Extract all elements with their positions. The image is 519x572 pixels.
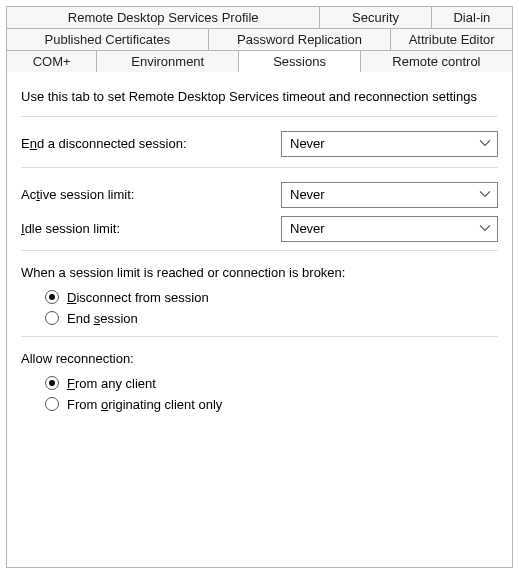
tab-password-replication[interactable]: Password Replication: [209, 28, 392, 50]
tab-sessions[interactable]: Sessions: [239, 50, 361, 72]
tab-label: Attribute Editor: [409, 32, 495, 47]
separator: [21, 336, 498, 337]
tab-label: Password Replication: [237, 32, 362, 47]
tab-environment[interactable]: Environment: [97, 50, 239, 72]
radio-any-client[interactable]: From any client: [45, 376, 498, 391]
tab-label: Published Certificates: [45, 32, 171, 47]
tab-label: Security: [352, 10, 399, 25]
tab-remote-control[interactable]: Remote control: [361, 50, 513, 72]
chevron-down-icon: [479, 188, 491, 200]
tab-strip: Remote Desktop Services Profile Security…: [6, 6, 513, 72]
radio-icon: [45, 397, 59, 411]
tab-label: Remote Desktop Services Profile: [68, 10, 259, 25]
end-disconnected-label: End a disconnected session:: [21, 136, 281, 151]
radio-icon: [45, 311, 59, 325]
radio-end-session[interactable]: End session: [45, 311, 498, 326]
tab-label: COM+: [33, 54, 71, 69]
radio-icon: [45, 290, 59, 304]
radio-label: Disconnect from session: [67, 290, 209, 305]
tab-label: Environment: [131, 54, 204, 69]
reconnect-radio-group: From any client From originating client …: [21, 376, 498, 412]
sessions-panel: Use this tab to set Remote Desktop Servi…: [6, 72, 513, 568]
tab-label: Sessions: [273, 54, 326, 69]
tab-label: Dial-in: [453, 10, 490, 25]
idle-limit-label: Idle session limit:: [21, 221, 281, 236]
radio-label: End session: [67, 311, 138, 326]
end-disconnected-combo[interactable]: Never: [281, 131, 498, 157]
radio-originating-client[interactable]: From originating client only: [45, 397, 498, 412]
radio-label: From any client: [67, 376, 156, 391]
limit-radio-group: Disconnect from session End session: [21, 290, 498, 326]
tab-dial-in[interactable]: Dial-in: [432, 6, 513, 28]
radio-disconnect[interactable]: Disconnect from session: [45, 290, 498, 305]
combo-value: Never: [290, 187, 325, 202]
active-limit-label: Active session limit:: [21, 187, 281, 202]
separator: [21, 167, 498, 168]
tab-security[interactable]: Security: [320, 6, 432, 28]
chevron-down-icon: [479, 137, 491, 149]
radio-label: From originating client only: [67, 397, 222, 412]
tab-attribute-editor[interactable]: Attribute Editor: [391, 28, 513, 50]
tab-label: Remote control: [392, 54, 480, 69]
active-limit-combo[interactable]: Never: [281, 182, 498, 208]
tab-com-plus[interactable]: COM+: [6, 50, 97, 72]
reconnect-heading: Allow reconnection:: [21, 351, 498, 366]
separator: [21, 116, 498, 117]
radio-icon: [45, 376, 59, 390]
tab-rds-profile[interactable]: Remote Desktop Services Profile: [6, 6, 320, 28]
combo-value: Never: [290, 136, 325, 151]
separator: [21, 250, 498, 251]
intro-text: Use this tab to set Remote Desktop Servi…: [21, 88, 498, 106]
combo-value: Never: [290, 221, 325, 236]
chevron-down-icon: [479, 222, 491, 234]
idle-limit-combo[interactable]: Never: [281, 216, 498, 242]
tab-published-certificates[interactable]: Published Certificates: [6, 28, 209, 50]
limit-heading: When a session limit is reached or conne…: [21, 265, 498, 280]
